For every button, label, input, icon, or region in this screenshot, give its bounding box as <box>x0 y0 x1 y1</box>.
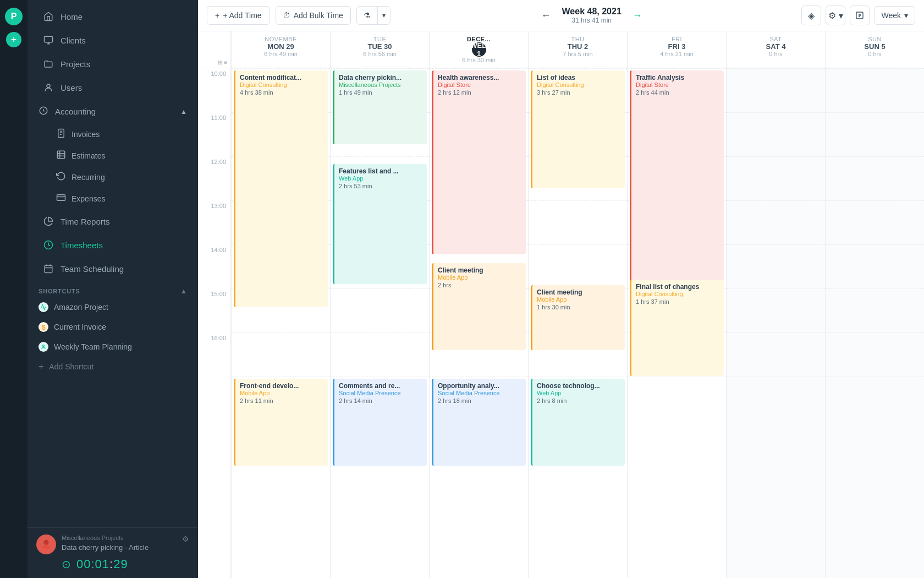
app-logo[interactable]: P <box>5 8 23 25</box>
day-header-fri3: FRI FRI 3 4 hrs 21 min <box>628 31 727 68</box>
add-bulk-time-button[interactable]: ⏱ Add Bulk Time <box>276 6 351 25</box>
svg-rect-0 <box>45 36 53 42</box>
sidebar-item-users[interactable]: Users <box>32 76 194 99</box>
toolbar: + + Add Time ⏱ Add Bulk Time ⚗ ▾ ← Week … <box>198 0 924 31</box>
clock-icon: ⏱ <box>283 11 290 20</box>
day-column-tue30: Data cherry pickin... Miscellaneous Proj… <box>331 68 430 578</box>
shortcut-current-invoice[interactable]: $ Current Invoice <box>28 317 198 337</box>
svg-point-19 <box>43 540 48 545</box>
shortcut-weekly-team-planning[interactable]: Weekly Team Planning <box>28 337 198 357</box>
active-timer-info: Miscellaneous Projects Data cherry picki… <box>62 535 177 571</box>
event-client-meeting-thu[interactable]: Client meeting Mobile App 1 hrs 30 min <box>531 285 625 350</box>
event-frontend-dev[interactable]: Front-end develo... Mobile App 2 hrs 11 … <box>234 379 328 466</box>
day-header-mon29: Novembe MON 29 6 hrs 49 min <box>231 31 331 68</box>
timesheets-icon <box>43 239 54 250</box>
user-avatar[interactable] <box>36 535 56 554</box>
recurring-icon <box>56 171 66 183</box>
event-features-list[interactable]: Features list and ... Web App 2 hrs 53 m… <box>333 164 427 284</box>
hour-line <box>529 68 627 69</box>
hour-line <box>727 332 825 333</box>
event-client-meeting-wed[interactable]: Client meeting Mobile App 2 hrs <box>432 263 526 350</box>
sidebar-item-clients[interactable]: Clients <box>32 29 194 52</box>
clients-icon <box>43 35 54 46</box>
settings-button[interactable]: ⚙ ▾ <box>826 6 845 25</box>
export-button[interactable] <box>850 6 870 25</box>
calendar-body: 10:00 11:00 12:00 13:00 14:00 15:00 16:0… <box>198 68 924 578</box>
hour-line <box>727 200 825 201</box>
view-select-button[interactable]: Week ▾ <box>874 6 915 25</box>
quick-add-button[interactable]: + <box>6 32 21 47</box>
event-content-modification[interactable]: Content modificat... Digital Consulting … <box>234 70 328 307</box>
hour-line <box>826 200 924 201</box>
sidebar-item-home[interactable]: Home <box>32 5 194 28</box>
hour-line <box>727 112 825 113</box>
hour-line <box>826 112 924 113</box>
shortcuts-collapse-icon[interactable]: ▲ <box>180 287 187 295</box>
hour-line <box>232 68 330 69</box>
day-column-thu2: List of ideas Digital Consulting 3 hrs 2… <box>529 68 628 578</box>
filter-button[interactable]: ⚗ ▾ <box>356 6 391 25</box>
location-pin-button[interactable]: ◈ <box>801 6 821 25</box>
shortcut-planning-icon <box>38 342 48 352</box>
add-shortcut-button[interactable]: + Add Shortcut <box>28 357 198 377</box>
shortcut-amazon-project[interactable]: Amazon Project <box>28 297 198 317</box>
sidebar-item-recurring[interactable]: Recurring <box>56 166 198 188</box>
sidebar-item-team-scheduling[interactable]: Team Scheduling <box>32 257 194 280</box>
day-column-wed1: Health awareness... Digital Store 2 hrs … <box>430 68 529 578</box>
filter-icon: ⚗ <box>364 11 371 20</box>
time-1100: 11:00 <box>198 112 230 156</box>
event-final-list-changes[interactable]: Final list of changes Digital Consulting… <box>630 280 724 376</box>
event-data-cherry-picking[interactable]: Data cherry pickin... Miscellaneous Proj… <box>333 70 427 144</box>
sidebar-item-time-reports[interactable]: Time Reports <box>32 210 194 233</box>
sidebar: Home Clients Projects Users Account <box>28 0 198 578</box>
svg-rect-7 <box>57 151 65 159</box>
day-header-thu2: THU THU 2 7 hrs 5 min <box>529 31 628 68</box>
sidebar-bottom: Miscellaneous Projects Data cherry picki… <box>28 527 198 578</box>
column-indicators: ⊞ ≡ <box>218 59 227 66</box>
event-health-awareness[interactable]: Health awareness... Digital Store 2 hrs … <box>432 70 526 254</box>
users-icon <box>43 82 54 93</box>
sidebar-item-estimates[interactable]: Estimates <box>56 145 198 166</box>
day-header-sat4: SAT SAT 4 0 hrs <box>727 31 826 68</box>
day-header-tue30: TUE TUE 30 6 hrs 56 min <box>331 31 430 68</box>
time-1200: 12:00 <box>198 156 230 200</box>
time-1600: 16:00 <box>198 332 230 377</box>
add-time-button[interactable]: + + Add Time <box>207 6 270 25</box>
event-list-of-ideas[interactable]: List of ideas Digital Consulting 3 hrs 2… <box>531 70 625 188</box>
timer-play-icon[interactable]: ⊙ <box>62 558 71 571</box>
hour-line <box>826 156 924 157</box>
hour-line <box>331 377 429 377</box>
sidebar-item-timesheets[interactable]: Timesheets <box>32 233 194 257</box>
hour-line <box>727 68 825 69</box>
week-navigation: ← Week 48, 2021 31 hrs 41 min → <box>537 7 647 24</box>
toolbar-right: ◈ ⚙ ▾ Week ▾ <box>801 6 915 25</box>
hour-line <box>331 332 429 333</box>
expenses-icon <box>56 193 66 204</box>
days-grid: Content modificat... Digital Consulting … <box>231 68 924 578</box>
day-column-fri3: Traffic Analysis Digital Store 2 hrs 44 … <box>628 68 727 578</box>
sidebar-item-expenses[interactable]: Expenses <box>56 188 198 209</box>
shortcut-amazon-icon <box>38 302 48 312</box>
sidebar-item-invoices[interactable]: Invoices <box>56 123 198 145</box>
event-opportunity-analysis[interactable]: Opportunity analy... Social Media Presen… <box>432 379 526 466</box>
shortcuts-section-header: SHORTCUTS ▲ <box>28 281 198 297</box>
hour-line <box>727 377 825 377</box>
event-comments-re[interactable]: Comments and re... Social Media Presence… <box>333 379 427 466</box>
time-1000: 10:00 <box>198 68 230 112</box>
timer-display: ⊙ 00:01:29 <box>62 557 177 571</box>
sidebar-item-accounting[interactable]: Accounting ▲ <box>28 100 198 123</box>
event-choose-technology[interactable]: Choose technolog... Web App 2 hrs 8 min <box>531 379 625 466</box>
sidebar-settings-icon[interactable]: ⚙ <box>182 535 189 543</box>
hour-line <box>529 377 627 377</box>
add-icon: + <box>38 362 43 372</box>
time-1700 <box>198 377 230 399</box>
sidebar-item-projects[interactable]: Projects <box>32 52 194 75</box>
hour-line <box>727 244 825 245</box>
hour-line <box>727 156 825 157</box>
svg-point-1 <box>47 84 50 88</box>
svg-rect-11 <box>57 195 65 201</box>
next-week-button[interactable]: → <box>628 8 647 24</box>
time-labels: 10:00 11:00 12:00 13:00 14:00 15:00 16:0… <box>198 68 231 578</box>
day-column-mon29: Content modificat... Digital Consulting … <box>231 68 331 578</box>
prev-week-button[interactable]: ← <box>537 8 556 24</box>
